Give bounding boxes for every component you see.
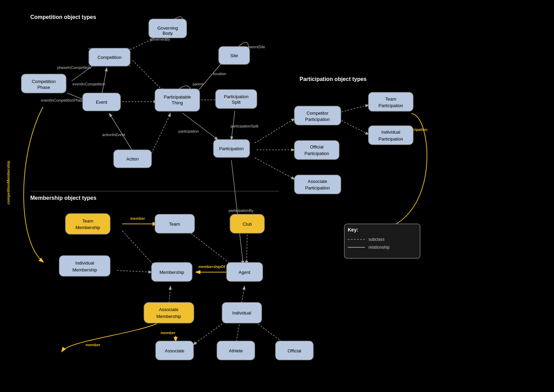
node-teamMembership [65, 214, 110, 234]
label-governingBody2: Body [163, 31, 173, 36]
label-event: Event [96, 100, 107, 105]
svg-line-22 [122, 231, 155, 266]
label-eventInCompetition: eventInCompetition [73, 82, 105, 86]
label-offPart1: Official [310, 144, 324, 149]
label-assocPart2: Participation [305, 185, 330, 190]
label-competitionMembership: competitionMembership [6, 161, 10, 204]
svg-line-18 [342, 121, 368, 134]
label-competition: Competition [97, 55, 121, 60]
label-indivPart1: Individual [381, 130, 400, 135]
svg-line-25 [189, 231, 232, 265]
label-member-associate: member [161, 331, 176, 335]
label-assocPart1: Associate [308, 179, 327, 184]
label-action: Action [126, 156, 139, 162]
membership-section-title: Membership object types [30, 195, 96, 201]
label-parent: parent [192, 82, 203, 86]
label-site: Site [230, 53, 238, 58]
node-individualParticipation [368, 126, 413, 145]
label-participationBy: participationBy [229, 208, 254, 213]
label-team: Team [169, 221, 180, 227]
label-membershipOf: membershipOf [198, 265, 225, 269]
label-teamPart1: Team [385, 96, 396, 102]
label-competitionPhase2: Phase [38, 85, 50, 90]
label-participation-node: Participation [219, 146, 244, 151]
label-compPart2: Participation [305, 117, 330, 122]
label-partSplit2: Split [232, 100, 241, 105]
key-subclass: subclass [368, 237, 385, 242]
node-officialParticipation [294, 141, 339, 159]
node-associateParticipation [294, 175, 341, 194]
svg-line-9 [196, 61, 223, 94]
label-teamMembership1: Team [82, 218, 93, 224]
label-compPart1: Competitor [306, 111, 328, 116]
competition-section-title: Competition object types [30, 14, 96, 20]
label-assocMembership1: Associate [159, 307, 178, 312]
participation-section-title: Participation object types [300, 76, 367, 82]
svg-line-5 [133, 60, 164, 91]
node-individualMembership [59, 256, 110, 276]
svg-line-14 [255, 119, 294, 143]
label-member-bottom: member [86, 343, 101, 347]
label-teamMembership2: Membership [75, 225, 100, 230]
label-membership: Membership [159, 270, 184, 275]
svg-line-16 [255, 158, 294, 179]
key-title: Key: [348, 227, 358, 233]
svg-line-26 [247, 231, 247, 264]
label-actionInEvent: actionInEvent [102, 133, 125, 137]
label-member-team: member [130, 216, 146, 220]
label-eventInCompetitionPhase: eventInCompetitionPhase [41, 98, 84, 102]
svg-line-23 [117, 270, 151, 272]
label-competitionPhase1: Competition [32, 79, 55, 84]
label-governingBody: Governing [157, 25, 178, 31]
label-partThing1: Participatable [164, 94, 191, 100]
label-participation: participation [178, 129, 199, 133]
node-teamParticipation [368, 92, 413, 111]
label-athlete: Athlete [229, 348, 243, 353]
label-participationSplit: participationSplit [231, 124, 259, 128]
label-indivMembership1: Individual [75, 260, 94, 266]
label-individual: Individual [232, 310, 251, 316]
key-relationship: relationship [368, 245, 390, 250]
svg-line-17 [342, 105, 368, 112]
svg-line-12 [182, 113, 218, 140]
label-teamPart2: Participation [378, 103, 403, 108]
label-club: Club [243, 221, 252, 227]
label-offPart2: Participation [304, 151, 329, 156]
label-parentSite: parentSite [248, 45, 265, 49]
label-assocMembership2: Membership [156, 314, 181, 319]
label-location: location [213, 72, 226, 76]
label-indivMembership2: Membership [72, 267, 97, 272]
label-partThing2: Thing [172, 100, 183, 105]
label-indivPart2: Participation [378, 136, 403, 142]
node-associateMembership [144, 302, 194, 323]
svg-line-8 [151, 114, 170, 153]
label-phaseInCompetition: phaseInCompetition [57, 65, 91, 70]
label-partSplit1: Participation [224, 94, 249, 99]
label-agent: Agent [239, 270, 250, 275]
diagram: Competition object types Participation o… [0, 0, 554, 392]
label-official: Official [288, 348, 301, 353]
label-associate: Associate [165, 348, 184, 353]
